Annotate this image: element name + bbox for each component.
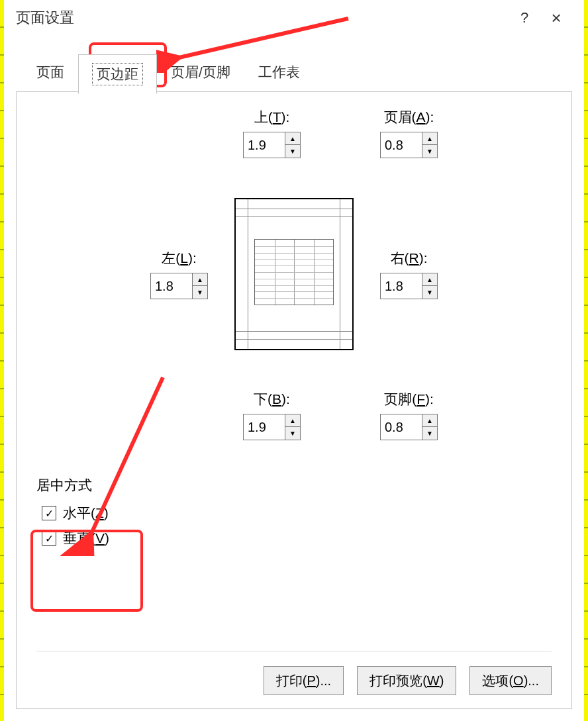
margin-footer-group: 页脚(F): ▲ ▼ <box>380 390 438 440</box>
help-button[interactable]: ? <box>509 9 540 26</box>
margin-footer-label: 页脚(F): <box>384 390 434 409</box>
margin-header-group: 页眉(A): ▲ ▼ <box>380 108 438 158</box>
tab-header-footer-label: 页眉/页脚 <box>171 64 230 79</box>
background-right-stripe <box>584 0 588 721</box>
tab-page-label: 页面 <box>36 64 64 79</box>
spin-up-icon[interactable]: ▲ <box>193 273 207 286</box>
spin-down-icon[interactable]: ▼ <box>422 286 437 299</box>
print-preview-button[interactable]: 打印预览(W) <box>357 666 456 695</box>
close-button[interactable]: × <box>540 8 572 28</box>
page-setup-dialog: 页面设置 ? × 页面 页边距 页眉/页脚 工作表 上(T): ▲ ▼ <box>4 0 584 721</box>
margin-bottom-spinner[interactable]: ▲ ▼ <box>243 414 301 440</box>
tab-margins[interactable]: 页边距 <box>78 54 157 94</box>
tab-sheet-label: 工作表 <box>258 64 300 79</box>
margin-right-input[interactable] <box>381 273 422 299</box>
spin-up-icon[interactable]: ▲ <box>285 132 300 145</box>
center-vertical-label: 垂直(V) <box>63 529 109 548</box>
center-horizontal-label: 水平(Z) <box>63 504 109 522</box>
check-icon: ✓ <box>45 507 54 520</box>
margin-top-input[interactable] <box>244 132 285 158</box>
center-section-title: 居中方式 <box>36 476 552 495</box>
margin-right-label: 右(R): <box>391 249 428 267</box>
center-horizontal-checkbox[interactable]: ✓ <box>42 506 56 520</box>
dialog-title: 页面设置 <box>16 8 74 28</box>
tab-page[interactable]: 页面 <box>23 54 78 94</box>
options-button[interactable]: 选项(O)... <box>469 666 552 695</box>
margin-left-group: 左(L): ▲ ▼ <box>150 249 208 299</box>
margin-top-group: 上(T): ▲ ▼ <box>243 108 301 158</box>
spin-down-icon[interactable]: ▼ <box>285 427 300 440</box>
margin-bottom-input[interactable] <box>244 414 285 440</box>
margin-header-spinner[interactable]: ▲ ▼ <box>380 132 438 158</box>
margin-bottom-label: 下(B): <box>254 390 290 409</box>
center-checks: ✓ 水平(Z) ✓ 垂直(V) <box>36 504 552 548</box>
margin-left-input[interactable] <box>151 273 192 299</box>
margin-top-label: 上(T): <box>254 108 290 126</box>
margin-right-group: 右(R): ▲ ▼ <box>380 249 438 299</box>
check-icon: ✓ <box>45 532 54 545</box>
spin-up-icon[interactable]: ▲ <box>422 414 437 427</box>
titlebar: 页面设置 ? × <box>4 0 584 36</box>
spin-up-icon[interactable]: ▲ <box>422 132 437 145</box>
button-row: 打印(P)... 打印预览(W) 选项(O)... <box>264 666 552 695</box>
margin-top-spinner[interactable]: ▲ ▼ <box>243 132 301 158</box>
margin-bottom-group: 下(B): ▲ ▼ <box>243 390 301 440</box>
spin-up-icon[interactable]: ▲ <box>285 414 300 427</box>
margin-footer-spinner[interactable]: ▲ ▼ <box>380 414 438 440</box>
spin-down-icon[interactable]: ▼ <box>422 145 437 158</box>
tab-sheet[interactable]: 工作表 <box>244 54 314 94</box>
center-vertical-checkbox[interactable]: ✓ <box>42 531 56 546</box>
margin-header-label: 页眉(A): <box>384 108 434 126</box>
spin-down-icon[interactable]: ▼ <box>422 427 437 440</box>
margin-right-spinner[interactable]: ▲ ▼ <box>380 273 438 299</box>
margin-left-spinner[interactable]: ▲ ▼ <box>150 273 208 299</box>
divider <box>36 651 552 651</box>
margin-footer-input[interactable] <box>381 414 422 440</box>
tab-margins-label: 页边距 <box>92 63 143 85</box>
page-preview <box>234 198 354 350</box>
margin-left-label: 左(L): <box>162 249 197 267</box>
spin-up-icon[interactable]: ▲ <box>422 273 437 286</box>
tab-strip: 页面 页边距 页眉/页脚 工作表 <box>4 54 584 94</box>
tab-header-footer[interactable]: 页眉/页脚 <box>157 54 244 94</box>
print-button[interactable]: 打印(P)... <box>264 666 344 695</box>
preview-grid-icon <box>254 239 334 305</box>
spin-down-icon[interactable]: ▼ <box>285 145 300 158</box>
tab-panel: 上(T): ▲ ▼ 页眉(A): ▲ <box>16 91 572 709</box>
margin-header-input[interactable] <box>381 132 422 158</box>
spin-down-icon[interactable]: ▼ <box>193 286 207 299</box>
